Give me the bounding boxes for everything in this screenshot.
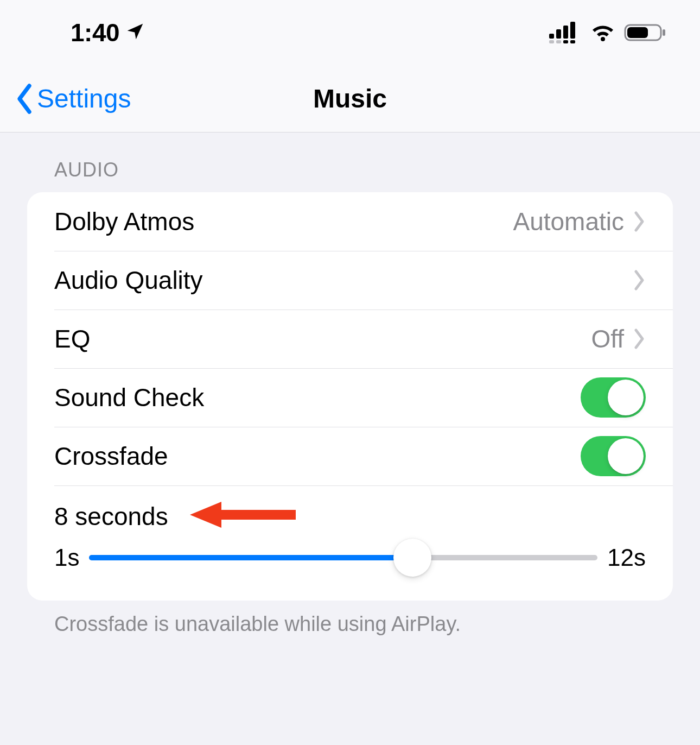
status-bar: 1:40 xyxy=(0,0,700,65)
row-value: Off xyxy=(591,324,624,353)
slider-container: 1s 12s xyxy=(54,539,646,577)
svg-rect-9 xyxy=(627,27,648,38)
battery-icon xyxy=(624,22,667,43)
row-label: EQ xyxy=(54,324,591,353)
svg-rect-0 xyxy=(549,34,554,39)
toggle-thumb xyxy=(608,380,644,415)
chevron-right-icon xyxy=(634,211,646,232)
row-label: Sound Check xyxy=(54,383,581,412)
status-right xyxy=(549,22,667,43)
row-sound-check: Sound Check xyxy=(27,368,673,427)
sound-check-toggle[interactable] xyxy=(581,377,646,418)
row-label: Audio Quality xyxy=(54,266,634,295)
crossfade-slider[interactable] xyxy=(89,539,597,577)
chevron-right-icon xyxy=(634,328,646,350)
wifi-icon xyxy=(589,22,616,43)
row-label: Dolby Atmos xyxy=(54,207,513,236)
svg-rect-2 xyxy=(563,26,568,39)
page-title: Music xyxy=(313,84,387,113)
back-button[interactable]: Settings xyxy=(14,83,131,115)
row-label: Crossfade xyxy=(54,441,581,471)
chevron-right-icon xyxy=(634,269,646,291)
toggle-thumb xyxy=(608,438,644,474)
status-time: 1:40 xyxy=(71,18,119,47)
status-left: 1:40 xyxy=(71,18,145,47)
slider-max-label: 12s xyxy=(607,544,646,571)
cellular-signal-icon xyxy=(549,22,582,43)
chevron-left-icon xyxy=(14,83,35,115)
back-label: Settings xyxy=(37,84,131,113)
row-value: Automatic xyxy=(513,207,624,236)
crossfade-toggle[interactable] xyxy=(581,436,646,476)
content: AUDIO Dolby Atmos Automatic Audio Qualit… xyxy=(0,132,700,636)
slider-min-label: 1s xyxy=(54,544,79,571)
slider-track-fill xyxy=(89,555,412,560)
row-audio-quality[interactable]: Audio Quality xyxy=(27,251,673,310)
location-arrow-icon xyxy=(125,21,145,42)
slider-thumb[interactable] xyxy=(393,539,431,577)
slider-value-label: 8 seconds xyxy=(54,502,646,531)
row-eq[interactable]: EQ Off xyxy=(27,310,673,368)
section-footer-audio: Crossfade is unavailable while using Air… xyxy=(27,601,673,636)
section-header-audio: AUDIO xyxy=(27,132,673,192)
svg-rect-1 xyxy=(556,29,561,39)
svg-rect-5 xyxy=(556,40,561,43)
row-crossfade: Crossfade xyxy=(27,427,673,485)
row-crossfade-slider: 8 seconds 1s 12s xyxy=(27,485,673,601)
svg-rect-7 xyxy=(570,40,575,43)
row-dolby-atmos[interactable]: Dolby Atmos Automatic xyxy=(27,192,673,251)
svg-rect-3 xyxy=(570,22,575,39)
nav-bar: Settings Music xyxy=(0,65,700,132)
svg-rect-4 xyxy=(549,40,554,43)
svg-rect-10 xyxy=(663,29,665,36)
settings-group-audio: Dolby Atmos Automatic Audio Quality EQ O… xyxy=(27,192,673,601)
svg-rect-6 xyxy=(563,40,568,43)
